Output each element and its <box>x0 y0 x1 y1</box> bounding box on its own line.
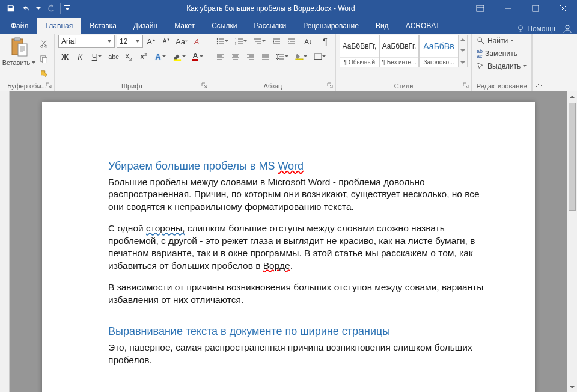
tab-mailings[interactable]: Рассылки <box>245 18 295 34</box>
italic-button[interactable]: К <box>73 50 87 63</box>
group-label-font: Шрифт <box>58 81 206 91</box>
scroll-track[interactable] <box>569 102 576 382</box>
style-normal[interactable]: АаБбВвГг, ¶ Обычный <box>340 35 379 67</box>
undo-dropdown[interactable] <box>35 1 42 16</box>
quick-access-toolbar <box>0 1 75 16</box>
vertical-scrollbar[interactable] <box>567 91 577 392</box>
group-paragraph: 123 A↓ ¶ Абзац <box>210 34 336 91</box>
document-canvas[interactable]: Убираем большие пробелы в MS Word Больши… <box>10 91 567 392</box>
align-left-button[interactable] <box>214 50 227 63</box>
align-center-button[interactable] <box>229 50 242 63</box>
close-button[interactable] <box>549 0 577 17</box>
clipboard-dialog-launcher[interactable] <box>44 81 53 90</box>
svg-rect-0 <box>477 5 484 11</box>
style-no-spacing[interactable]: АаБбВвГг, ¶ Без инте... <box>379 35 419 67</box>
vertical-ruler[interactable] <box>0 91 10 392</box>
tell-me[interactable]: Помощн <box>516 25 555 33</box>
bold-button[interactable]: Ж <box>58 50 72 63</box>
svg-text:3: 3 <box>235 43 237 45</box>
show-marks-button[interactable]: ¶ <box>319 35 332 48</box>
account-icon[interactable] <box>563 24 572 34</box>
change-case-button[interactable]: Aa <box>175 35 188 48</box>
svg-rect-5 <box>14 38 20 41</box>
replace-button[interactable]: abac Заменить <box>475 48 528 59</box>
svg-point-20 <box>478 38 482 42</box>
svg-point-2 <box>519 26 523 30</box>
decrease-indent-button[interactable] <box>270 35 283 48</box>
doc-heading-1: Убираем большие пробелы в MS Word <box>108 160 493 173</box>
collapse-ribbon-button[interactable] <box>532 34 545 91</box>
ribbon-display-options[interactable] <box>466 0 494 17</box>
redo-button[interactable] <box>43 1 58 16</box>
shrink-font-button[interactable]: A▼ <box>160 35 173 48</box>
tab-file[interactable]: Файл <box>2 18 37 34</box>
tab-home[interactable]: Главная <box>37 18 82 34</box>
font-size-combo[interactable]: 12 <box>117 35 143 48</box>
minimize-button[interactable] <box>494 0 522 17</box>
ribbon-tabs: Файл Главная Вставка Дизайн Макет Ссылки… <box>0 17 577 34</box>
font-dialog-launcher[interactable] <box>200 81 209 90</box>
font-name-combo[interactable]: Arial <box>58 35 115 48</box>
save-button[interactable] <box>4 1 18 16</box>
window-title: Как убрать большие пробелы в Ворде.docx … <box>75 4 466 13</box>
sort-button[interactable]: A↓ <box>300 35 317 48</box>
paragraph-dialog-launcher[interactable] <box>326 81 334 90</box>
ribbon: Вставить Буфер обм... Arial 12 A▲ A▼ Aa … <box>0 34 577 91</box>
group-label-clipboard: Буфер обм... <box>4 81 50 91</box>
styles-dialog-launcher[interactable] <box>462 81 470 90</box>
justify-button[interactable] <box>259 50 272 63</box>
tab-view[interactable]: Вид <box>367 18 397 34</box>
clear-formatting-button[interactable]: A <box>190 35 203 48</box>
scroll-up-button[interactable] <box>567 91 577 102</box>
svg-rect-18 <box>296 59 303 60</box>
svg-rect-10 <box>42 57 47 63</box>
align-right-button[interactable] <box>244 50 257 63</box>
underline-button[interactable]: Ч <box>88 50 105 63</box>
tab-acrobat[interactable]: ACROBAT <box>397 18 448 34</box>
numbering-button[interactable]: 123 <box>233 35 249 48</box>
scroll-down-button[interactable] <box>567 382 577 392</box>
format-painter-button[interactable] <box>37 67 50 81</box>
style-heading1[interactable]: АаБбВв Заголово... <box>419 35 459 67</box>
grow-font-button[interactable]: A▲ <box>145 35 158 48</box>
find-button[interactable]: Найти <box>475 36 528 46</box>
qat-customize[interactable] <box>63 1 72 16</box>
tab-references[interactable]: Ссылки <box>203 18 245 34</box>
svg-point-12 <box>217 38 218 40</box>
copy-button[interactable] <box>37 52 50 66</box>
svg-point-3 <box>566 25 569 29</box>
tab-review[interactable]: Рецензирование <box>295 18 367 34</box>
doc-heading-2: Выравнивание текста в документе по ширин… <box>108 325 493 338</box>
increase-indent-button[interactable] <box>285 35 298 48</box>
styles-gallery-scroll[interactable] <box>459 35 468 67</box>
maximize-button[interactable] <box>522 0 549 17</box>
tab-design[interactable]: Дизайн <box>125 18 166 34</box>
line-spacing-button[interactable] <box>274 50 291 63</box>
doc-paragraph-1: Большие пробелы между словами в Microsof… <box>108 176 493 213</box>
strike-button[interactable]: abc <box>107 50 120 63</box>
font-color-button[interactable]: A <box>189 50 206 63</box>
group-label-styles: Стили <box>340 81 468 91</box>
superscript-button[interactable]: x2 <box>137 50 150 63</box>
text-effects-button[interactable]: A <box>152 50 169 63</box>
group-font: Arial 12 A▲ A▼ Aa A Ж К Ч abc x2 x2 A A <box>55 34 210 91</box>
svg-rect-1 <box>533 5 539 11</box>
shading-button[interactable] <box>293 50 310 63</box>
doc-paragraph-2: С одной стороны, слишком большие отступы… <box>108 222 493 272</box>
undo-button[interactable] <box>19 1 34 16</box>
paste-button[interactable]: Вставить <box>4 35 35 66</box>
bullets-button[interactable] <box>214 35 231 48</box>
multilevel-list-button[interactable] <box>251 35 268 48</box>
svg-rect-19 <box>314 54 322 60</box>
scroll-thumb[interactable] <box>569 103 576 211</box>
subscript-button[interactable]: x2 <box>122 50 135 63</box>
tab-insert[interactable]: Вставка <box>81 18 125 34</box>
doc-paragraph-4: Это, наверное, самая распространенная пр… <box>108 341 493 366</box>
window-controls <box>466 0 577 17</box>
borders-button[interactable] <box>311 50 328 63</box>
cut-button[interactable] <box>37 37 50 51</box>
group-label-paragraph: Абзац <box>214 81 332 91</box>
select-button[interactable]: Выделить <box>475 61 528 71</box>
highlight-button[interactable] <box>171 50 188 63</box>
tab-layout[interactable]: Макет <box>166 18 203 34</box>
